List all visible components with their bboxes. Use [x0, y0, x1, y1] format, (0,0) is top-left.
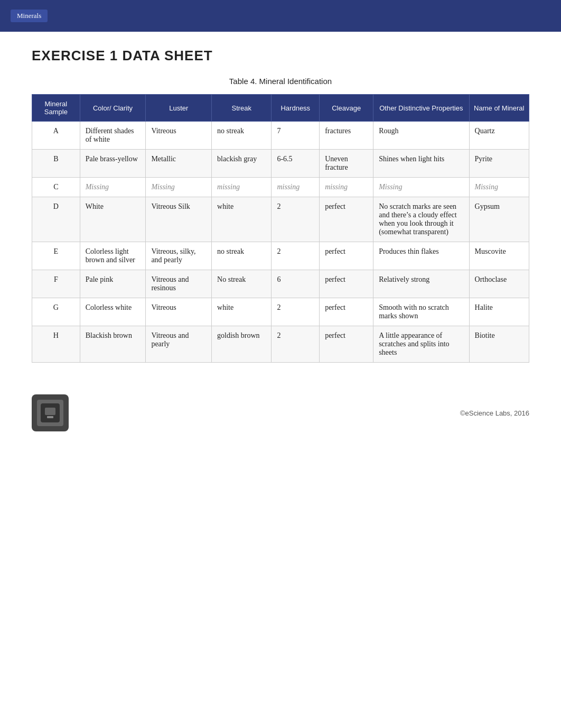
svg-rect-1 [45, 408, 55, 415]
table-cell: Colorless light brown and silver [80, 242, 146, 270]
table-cell: No scratch marks are seen and there’s a … [373, 197, 469, 242]
table-cell: Vitreous [146, 122, 212, 150]
th-mineral-sample: Mineral Sample [32, 95, 80, 122]
table-row: HBlackish brownVitreous and pearlygoldis… [32, 326, 529, 363]
table-row: GColorless whiteVitreouswhite2perfectSmo… [32, 298, 529, 326]
table-cell-sample: A [32, 122, 80, 150]
table-cell: Vitreous Silk [146, 197, 212, 242]
table-cell: 2 [272, 197, 320, 242]
exercise-title: EXERCISE 1 DATA SHEET [32, 48, 529, 64]
th-cleavage: Cleavage [320, 95, 373, 122]
table-cell: no streak [212, 122, 272, 150]
table-cell-sample: F [32, 270, 80, 298]
table-header-row: Mineral Sample Color/ Clarity Luster Str… [32, 95, 529, 122]
table-cell-sample: D [32, 197, 80, 242]
table-cell: Halite [469, 298, 529, 326]
th-other: Other Distinctive Properties [373, 95, 469, 122]
top-bar: Minerals [0, 0, 561, 32]
table-cell: fractures [320, 122, 373, 150]
table-cell: missing [320, 178, 373, 197]
table-cell: goldish brown [212, 326, 272, 363]
table-cell: Vitreous and resinous [146, 270, 212, 298]
table-cell: missing [272, 178, 320, 197]
table-cell: 6 [272, 270, 320, 298]
table-cell: perfect [320, 242, 373, 270]
table-cell: Missing [373, 178, 469, 197]
th-streak: Streak [212, 95, 272, 122]
table-cell: perfect [320, 298, 373, 326]
table-cell: Missing [146, 178, 212, 197]
th-name-of-mineral: Name of Mineral [469, 95, 529, 122]
th-luster: Luster [146, 95, 212, 122]
table-cell: Missing [80, 178, 146, 197]
table-caption: Table 4. Mineral Identification [32, 77, 529, 86]
table-cell-sample: H [32, 326, 80, 363]
table-cell: Quartz [469, 122, 529, 150]
table-cell: Uneven fracture [320, 150, 373, 178]
logo-icon [41, 403, 60, 422]
table-cell: Pale brass-yellow [80, 150, 146, 178]
table-cell: Metallic [146, 150, 212, 178]
footer-copyright: ©eScience Labs, 2016 [460, 409, 529, 417]
table-cell-sample: C [32, 178, 80, 197]
table-cell: Vitreous and pearly [146, 326, 212, 363]
table-row: BPale brass-yellowMetallicblackish gray6… [32, 150, 529, 178]
table-cell-sample: E [32, 242, 80, 270]
table-cell: Produces thin flakes [373, 242, 469, 270]
table-cell: Pale pink [80, 270, 146, 298]
table-row: DWhiteVitreous Silkwhite2perfectNo scrat… [32, 197, 529, 242]
table-cell-sample: B [32, 150, 80, 178]
table-cell: Orthoclase [469, 270, 529, 298]
table-cell: 7 [272, 122, 320, 150]
table-cell: perfect [320, 270, 373, 298]
table-cell: A little appearance of scratches and spl… [373, 326, 469, 363]
table-cell: Relatively strong [373, 270, 469, 298]
table-cell: No streak [212, 270, 272, 298]
table-row: ADifferent shades of whiteVitreousno str… [32, 122, 529, 150]
th-hardness: Hardness [272, 95, 320, 122]
table-cell: Missing [469, 178, 529, 197]
table-cell: perfect [320, 197, 373, 242]
table-cell: White [80, 197, 146, 242]
table-cell: no streak [212, 242, 272, 270]
table-cell: 2 [272, 326, 320, 363]
table-cell: missing [212, 178, 272, 197]
mineral-table: Mineral Sample Color/ Clarity Luster Str… [32, 94, 529, 363]
table-cell: 6-6.5 [272, 150, 320, 178]
table-cell: Pyrite [469, 150, 529, 178]
table-row: FPale pinkVitreous and resinousNo streak… [32, 270, 529, 298]
table-cell: Muscovite [469, 242, 529, 270]
table-cell: white [212, 197, 272, 242]
footer: ©eScience Labs, 2016 [0, 384, 561, 442]
table-cell-sample: G [32, 298, 80, 326]
table-cell: Smooth with no scratch marks shown [373, 298, 469, 326]
page-content: EXERCISE 1 DATA SHEET Table 4. Mineral I… [0, 32, 561, 379]
table-cell: Shines when light hits [373, 150, 469, 178]
footer-logo-inner [37, 400, 63, 426]
footer-logo [32, 394, 69, 431]
table-cell: perfect [320, 326, 373, 363]
table-cell: blackish gray [212, 150, 272, 178]
table-cell: Different shades of white [80, 122, 146, 150]
table-cell: Rough [373, 122, 469, 150]
table-row: EColorless light brown and silverVitreou… [32, 242, 529, 270]
table-cell: 2 [272, 298, 320, 326]
table-cell: Gypsum [469, 197, 529, 242]
table-cell: Blackish brown [80, 326, 146, 363]
table-cell: Biotite [469, 326, 529, 363]
table-cell: Colorless white [80, 298, 146, 326]
top-bar-label: Minerals [11, 10, 48, 22]
svg-rect-2 [47, 416, 53, 418]
table-cell: white [212, 298, 272, 326]
table-cell: Vitreous [146, 298, 212, 326]
table-cell: Vitreous, silky, and pearly [146, 242, 212, 270]
th-color-clarity: Color/ Clarity [80, 95, 146, 122]
table-row: CMissingMissingmissingmissingmissingMiss… [32, 178, 529, 197]
table-cell: 2 [272, 242, 320, 270]
